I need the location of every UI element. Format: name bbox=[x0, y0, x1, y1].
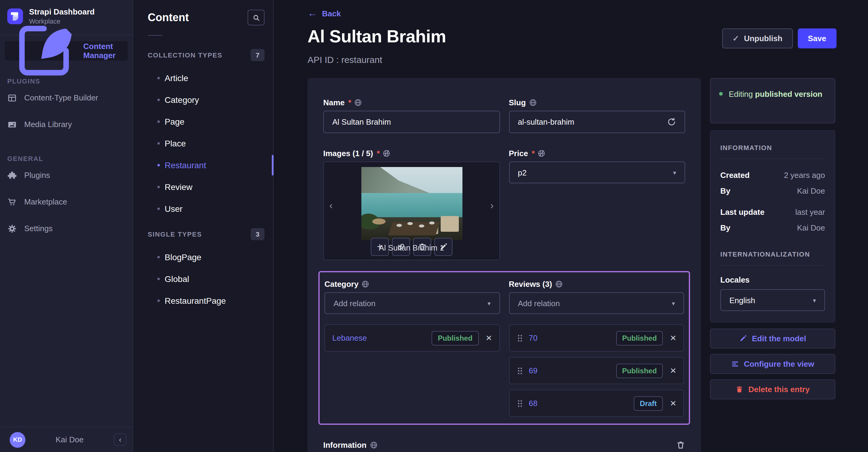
label-text: Name bbox=[323, 98, 345, 107]
chevron-down-icon: ▾ bbox=[673, 169, 676, 176]
app-title: Strapi Dashboard bbox=[29, 7, 95, 17]
information-label: Information bbox=[323, 441, 377, 450]
entry-aside: Editing published version INFORMATION Cr… bbox=[710, 78, 835, 399]
avatar[interactable]: KD bbox=[10, 432, 25, 448]
save-label: Save bbox=[808, 34, 826, 43]
info-value: 2 years ago bbox=[784, 168, 825, 183]
subnav-item-user[interactable]: User bbox=[133, 198, 273, 220]
reviews-add-relation-select[interactable]: Add relation ▾ bbox=[509, 292, 684, 314]
info-row-last-update: Last update last year bbox=[720, 204, 825, 220]
relation-row-68: 68 Draft × bbox=[509, 390, 684, 417]
subnav-item-place[interactable]: Place bbox=[133, 132, 273, 154]
relation-link[interactable]: 68 bbox=[529, 399, 537, 408]
back-link[interactable]: ← Back bbox=[308, 8, 837, 18]
collection-types-count: 7 bbox=[251, 49, 265, 61]
price-field-label: Price* bbox=[509, 149, 685, 158]
sidebar-item-settings[interactable]: Settings bbox=[0, 215, 132, 242]
images-field-label: Images (1 / 5)* bbox=[323, 149, 500, 158]
label-text: Slug bbox=[509, 98, 526, 107]
not-localized-globe-icon bbox=[383, 150, 391, 157]
drag-handle-icon[interactable] bbox=[517, 366, 523, 376]
subnav-item-restaurant[interactable]: Restaurant bbox=[133, 154, 273, 176]
relation-row-lebanese: Lebanese Published × bbox=[324, 324, 500, 352]
category-add-relation-select[interactable]: Add relation ▾ bbox=[324, 292, 500, 314]
status-prefix: Editing bbox=[729, 90, 755, 99]
collapse-sidebar-button[interactable]: ‹ bbox=[114, 433, 126, 446]
collection-types-label[interactable]: COLLECTION TYPES bbox=[148, 52, 222, 59]
sidebar-item-label: Settings bbox=[24, 224, 53, 233]
slug-input[interactable]: al-sultan-brahim bbox=[509, 111, 685, 133]
status-badge: Published bbox=[432, 331, 478, 345]
carousel-prev-icon[interactable]: ‹ bbox=[329, 200, 333, 212]
unpublish-button[interactable]: ✓ Unpublish bbox=[722, 28, 793, 49]
localized-globe-icon bbox=[555, 280, 563, 288]
drag-handle-icon[interactable] bbox=[517, 333, 523, 343]
remove-relation-icon[interactable]: × bbox=[670, 365, 676, 376]
label-text: Reviews (3) bbox=[509, 280, 552, 289]
info-row-created-by: By Kai Doe bbox=[720, 183, 825, 199]
single-types-list: BlogPage Global RestaurantPage bbox=[133, 246, 273, 312]
status-badge: Draft bbox=[634, 396, 663, 411]
drag-handle-icon[interactable] bbox=[517, 398, 523, 408]
button-label: Delete this entry bbox=[748, 385, 810, 394]
back-label: Back bbox=[322, 9, 341, 18]
relation-link[interactable]: 69 bbox=[529, 366, 537, 375]
add-relation-placeholder: Add relation bbox=[518, 299, 560, 308]
collection-types-list: Article Category Page Place Restaurant R… bbox=[133, 67, 273, 220]
sidebar-item-content-manager[interactable]: Content Manager bbox=[5, 41, 128, 60]
sidebar-item-label: Plugins bbox=[24, 171, 50, 180]
not-localized-globe-icon bbox=[538, 150, 546, 157]
configure-view-button[interactable]: Configure the view bbox=[710, 354, 835, 374]
locale-value: English bbox=[730, 296, 755, 305]
subnav-item-article[interactable]: Article bbox=[133, 67, 273, 89]
sidebar-item-marketplace[interactable]: Marketplace bbox=[0, 189, 132, 215]
remove-relation-icon[interactable]: × bbox=[670, 398, 676, 409]
subnav-title: Content bbox=[148, 11, 189, 24]
category-field-label: Category bbox=[324, 280, 500, 289]
remove-relation-icon[interactable]: × bbox=[670, 333, 676, 343]
restaurant-photo[interactable] bbox=[361, 167, 462, 240]
relation-link[interactable]: 70 bbox=[529, 333, 537, 343]
info-label: By bbox=[720, 183, 730, 199]
gear-icon bbox=[7, 224, 17, 233]
internationalization-heading: INTERNATIONALIZATION bbox=[720, 251, 825, 258]
relation-row-70: 70 Published × bbox=[509, 324, 684, 352]
subnav-divider bbox=[148, 35, 162, 36]
subnav-item-category[interactable]: Category bbox=[133, 89, 273, 111]
sidebar-item-plugins[interactable]: Plugins bbox=[0, 162, 132, 189]
delete-entry-button[interactable]: Delete this entry bbox=[710, 379, 835, 399]
single-types-label[interactable]: SINGLE TYPES bbox=[148, 230, 202, 238]
relations-group: Category Add relation ▾ Lebanese Publish… bbox=[318, 271, 690, 425]
check-icon: ✓ bbox=[733, 34, 739, 43]
information-heading: INFORMATION bbox=[720, 144, 825, 151]
button-label: Edit the model bbox=[752, 334, 806, 343]
images-carousel: ‹ › + bbox=[323, 162, 500, 260]
edit-model-button[interactable]: Edit the model bbox=[710, 329, 835, 349]
info-value: last year bbox=[795, 204, 825, 220]
save-button[interactable]: Save bbox=[798, 28, 837, 49]
remove-relation-icon[interactable]: × bbox=[486, 333, 492, 343]
published-status-dot bbox=[719, 92, 723, 96]
info-label: Last update bbox=[720, 204, 765, 220]
delete-component-icon[interactable] bbox=[676, 441, 685, 450]
subnav-item-page[interactable]: Page bbox=[133, 111, 273, 132]
info-value: Kai Doe bbox=[797, 183, 825, 199]
status-emphasis: published version bbox=[755, 90, 823, 99]
sidebar-item-media-library[interactable]: Media Library bbox=[0, 111, 132, 138]
search-button[interactable] bbox=[248, 10, 265, 25]
name-input[interactable]: Al Sultan Brahim bbox=[323, 111, 500, 133]
carousel-next-icon[interactable]: › bbox=[490, 200, 494, 212]
sidebar-item-content-type-builder[interactable]: Content-Type Builder bbox=[0, 85, 132, 111]
subnav-item-restaurantpage[interactable]: RestaurantPage bbox=[133, 290, 273, 312]
subnav-item-blogpage[interactable]: BlogPage bbox=[133, 246, 273, 268]
locale-select[interactable]: English ▾ bbox=[720, 289, 825, 311]
regenerate-slug-icon[interactable] bbox=[667, 118, 676, 126]
strapi-admin-app: Strapi Dashboard Workplace Content Manag… bbox=[0, 0, 868, 452]
back-arrow-icon: ← bbox=[308, 8, 317, 18]
price-select[interactable]: p2 ▾ bbox=[509, 162, 685, 183]
label-text: Information bbox=[323, 441, 367, 450]
subnav-item-review[interactable]: Review bbox=[133, 176, 273, 198]
shopping-cart-icon bbox=[7, 197, 17, 207]
relation-link[interactable]: Lebanese bbox=[332, 333, 367, 343]
subnav-item-global[interactable]: Global bbox=[133, 268, 273, 290]
